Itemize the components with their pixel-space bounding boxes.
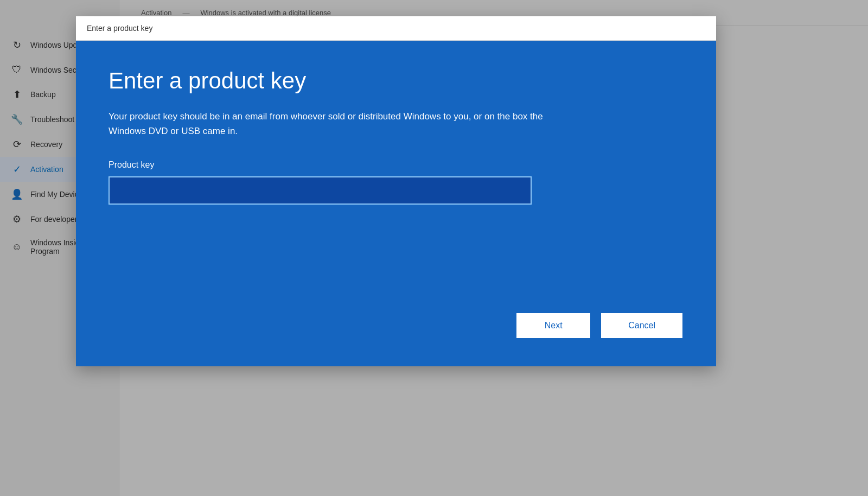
product-key-input[interactable] [108,176,532,205]
dialog-actions: Next Cancel [108,279,684,339]
cancel-button[interactable]: Cancel [600,312,684,339]
product-key-label: Product key [108,160,684,170]
product-key-dialog: Enter a product key Enter a product key … [76,16,716,366]
dialog-titlebar: Enter a product key [76,16,716,41]
next-button[interactable]: Next [515,312,591,339]
dialog-title: Enter a product key [108,68,684,94]
dialog-body: Enter a product key Your product key sho… [76,41,716,366]
dialog-titlebar-text: Enter a product key [87,24,152,33]
dialog-description: Your product key should be in an email f… [108,109,553,138]
